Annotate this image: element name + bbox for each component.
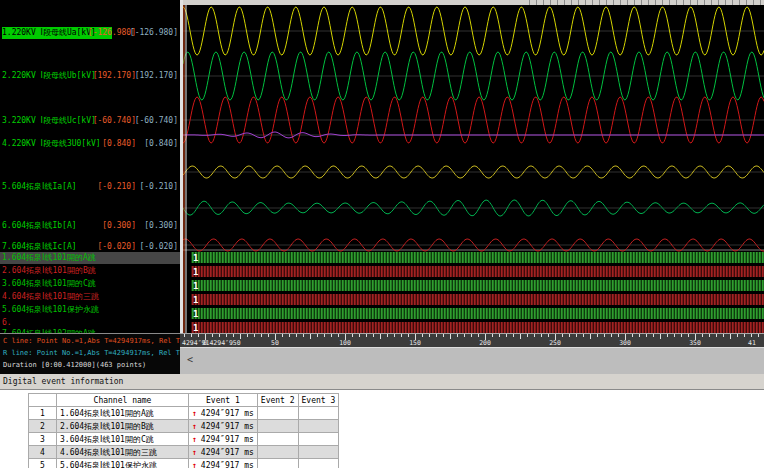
- ruler-tick: [702, 334, 703, 337]
- ruler-tick: [317, 334, 318, 337]
- ruler-tick: [618, 334, 619, 337]
- c-line-status: C line: Point No.=1,Abs T=4294917ms, Rel…: [3, 337, 180, 345]
- row-number-cell: 4: [29, 446, 57, 459]
- ruler-label-partial: 41: [748, 340, 762, 347]
- digital-trace-bar: [191, 266, 764, 277]
- time-ruler[interactable]: 0501001502002503003504294″914294″95041: [180, 333, 764, 347]
- digital-channel-row[interactable]: 3.604拓泉Ⅰ线101開的C跳: [0, 278, 180, 290]
- ruler-tick: [233, 334, 234, 337]
- channel-list-panel: 1.220KV Ⅰ段母线Ua[kV][-126.980][-126.980]2.…: [0, 0, 180, 374]
- rising-edge-arrow-icon: ↑: [192, 409, 197, 418]
- digital-channel-row[interactable]: 2.604拓泉Ⅰ线101開的B跳: [0, 265, 180, 277]
- ruler-tick: [730, 334, 731, 339]
- cursor-status-box: C line: Point No.=1,Abs T=4294917ms, Rel…: [0, 333, 180, 374]
- table-header-cell: Event 1: [189, 394, 258, 407]
- digital-trace-bar: [191, 252, 764, 263]
- ruler-tick: [401, 334, 402, 337]
- ruler-tick: [478, 334, 479, 337]
- waveform-canvas[interactable]: 111111: [183, 0, 764, 333]
- r-cursor-value: [0.840]: [144, 138, 178, 150]
- channel-name-cell: 1.604拓泉Ⅰ线101開的A跳: [57, 407, 189, 420]
- event2-cell: [257, 407, 298, 420]
- ruler-tick: [646, 334, 647, 337]
- ruler-tick: [373, 334, 374, 337]
- ruler-tick: [310, 334, 311, 339]
- analog-channel-label: 5.604拓泉Ⅰ线Ia[A]: [2, 181, 77, 193]
- c-cursor-value: [0.300]: [102, 220, 136, 232]
- ruler-tick: [667, 334, 668, 337]
- digital-channel-row[interactable]: 4.604拓泉Ⅰ线101開的三跳: [0, 291, 180, 303]
- ruler-cursor-time-labels: 4294″914294″950: [182, 340, 241, 347]
- ruler-tick: [394, 334, 395, 337]
- rising-edge-arrow-icon: ↑: [192, 448, 197, 457]
- ruler-tick: [457, 334, 458, 337]
- c-cursor-value: [-60.740]: [93, 115, 136, 127]
- table-row: 22.604拓泉Ⅰ线101開的B跳↑4294″917 ms: [29, 420, 339, 433]
- ruler-tick: [681, 334, 682, 337]
- ruler-tick: [751, 334, 752, 337]
- analog-channel-label: 2.220KV Ⅰ段母线Ub[kV]: [2, 70, 96, 82]
- event3-cell: [298, 433, 339, 446]
- waveform-viewer-window: 1.220KV Ⅰ段母线Ua[kV][-126.980][-126.980]2.…: [0, 0, 764, 468]
- ruler-tick: [688, 334, 689, 337]
- analog-channel-row[interactable]: 5.604拓泉Ⅰ线Ia[A][-0.210][-0.210]: [0, 181, 180, 193]
- event2-cell: [257, 433, 298, 446]
- digital-channel-row[interactable]: 5.604拓泉Ⅰ线101保护永跳: [0, 304, 180, 316]
- channel-name-cell: 5.604拓泉Ⅰ线101保护永跳: [57, 459, 189, 468]
- ruler-tick: [520, 334, 521, 339]
- horizontal-scrollbar[interactable]: <: [180, 347, 764, 374]
- row-number-cell: 2: [29, 420, 57, 433]
- ruler-tick: [569, 334, 570, 337]
- analog-channel-row[interactable]: 2.220KV Ⅰ段母线Ub[kV][192.170][192.170]: [0, 70, 180, 82]
- ruler-tick: [191, 334, 192, 337]
- scroll-left-arrow-icon[interactable]: <: [187, 355, 193, 365]
- ruler-tick: [471, 334, 472, 337]
- ruler-tick: [716, 334, 717, 337]
- ruler-tick: [226, 334, 227, 337]
- event3-cell: [298, 420, 339, 433]
- ruler-tick: [758, 334, 759, 337]
- event1-cell: ↑4294″917 ms: [189, 446, 258, 459]
- ruler-tick: [422, 334, 423, 337]
- ruler-tick: [429, 334, 430, 337]
- event3-cell: [298, 446, 339, 459]
- ruler-tick: [590, 334, 591, 339]
- table-header-row: Channel nameEvent 1Event 2Event 3: [29, 394, 339, 407]
- r-cursor-value: [192.170]: [135, 70, 178, 82]
- digital-trace-bar: [191, 322, 764, 333]
- ruler-label: 300: [615, 340, 635, 347]
- rising-edge-arrow-icon: ↑: [192, 422, 197, 431]
- ruler-tick: [184, 334, 185, 337]
- table-row: 11.604拓泉Ⅰ线101開的A跳↑4294″917 ms: [29, 407, 339, 420]
- ruler-tick: [527, 334, 528, 337]
- ruler-tick: [282, 334, 283, 337]
- ruler-tick: [737, 334, 738, 337]
- channel-name-cell: 4.604拓泉Ⅰ线101開的三跳: [57, 446, 189, 459]
- ruler-label: 350: [685, 340, 705, 347]
- row-number-cell: 3: [29, 433, 57, 446]
- ruler-label: 200: [475, 340, 495, 347]
- ruler-label: 150: [405, 340, 425, 347]
- digital-state-label: 1: [193, 267, 198, 277]
- digital-event-panel: Digital event information Channel nameEv…: [0, 374, 764, 468]
- analog-channel-row[interactable]: 1.220KV Ⅰ段母线Ua[kV][-126.980][-126.980]: [0, 27, 180, 39]
- ruler-tick: [261, 334, 262, 337]
- event-table-zone: Channel nameEvent 1Event 2Event 311.604拓…: [0, 391, 764, 468]
- digital-trace-bar: [191, 308, 764, 319]
- analog-channel-row[interactable]: 6.604拓泉Ⅰ线Ib[A][0.300][0.300]: [0, 220, 180, 232]
- r-line-status: R line: Point No.=1,Abs T=4294917ms, Rel…: [3, 349, 180, 357]
- ruler-tick: [352, 334, 353, 337]
- ruler-tick: [541, 334, 542, 337]
- analog-channel-row[interactable]: 3.220KV Ⅰ段母线Uc[kV][-60.740][-60.740]: [0, 115, 180, 127]
- row-number-cell: 1: [29, 407, 57, 420]
- event2-cell: [257, 420, 298, 433]
- digital-channel-row[interactable]: 1.604拓泉Ⅰ线101開的A跳: [0, 252, 180, 264]
- digital-state-label: 1: [193, 309, 198, 319]
- ruler-tick: [513, 334, 514, 337]
- analog-channel-row[interactable]: 4.220KV Ⅰ段母线3U0[kV][0.840][0.840]: [0, 138, 180, 150]
- ruler-tick: [674, 334, 675, 337]
- ruler-tick: [583, 334, 584, 337]
- event3-cell: [298, 459, 339, 468]
- c-cursor-value: [0.840]: [102, 138, 136, 150]
- ruler-tick: [324, 334, 325, 337]
